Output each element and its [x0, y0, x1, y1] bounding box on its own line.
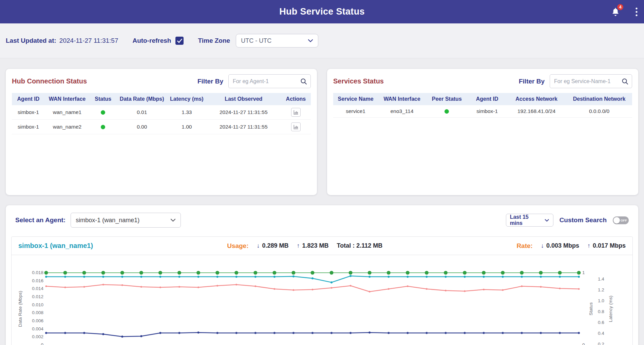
col-wan-interface: WAN Interface	[378, 93, 426, 105]
services-table: Service Name WAN Interface Peer Status A…	[333, 93, 632, 118]
usage-label: Usage:	[227, 242, 248, 250]
agent-select-row: Select an Agent: simbox-1 (wan_name1) La…	[11, 213, 633, 228]
services-status-title: Services Status	[333, 77, 384, 85]
time-range-value: Last 15 mins	[510, 214, 542, 226]
services-search-box	[550, 74, 632, 88]
traffic-chart-panel: simbox-1 (wan_name1) Usage: ↓ 0.289 MB ↑…	[11, 236, 633, 345]
auto-refresh-checkbox[interactable]	[175, 37, 184, 45]
search-icon[interactable]	[300, 78, 307, 85]
search-icon[interactable]	[622, 78, 628, 85]
hub-connection-card-header: Hub Connection Status Filter By	[12, 74, 311, 88]
time-zone-label: Time Zone	[198, 37, 230, 44]
toggle-knob	[613, 217, 620, 224]
agent-id-cell: simbox-1	[12, 105, 45, 120]
data-rate-cell: 0.01	[116, 105, 167, 120]
svg-text:0.4: 0.4	[598, 331, 604, 336]
data-rate-cell: 0.00	[116, 120, 167, 134]
hub-search-input[interactable]	[228, 74, 311, 88]
rate-stats: Rate: ↓ 0.003 Mbps ↑ 0.017 Mbps	[516, 242, 626, 250]
custom-search-label: Custom Search	[560, 216, 607, 224]
peer-status-cell	[426, 105, 468, 117]
svg-text:0.008: 0.008	[32, 310, 43, 315]
col-last-observed: Last Observed	[206, 93, 281, 105]
destination-network-cell: 0.0.0.0/0	[566, 105, 632, 117]
svg-text:1: 1	[582, 270, 585, 275]
latency-cell: 1.33	[167, 105, 206, 120]
hub-table-header-row: Agent ID WAN Interface Status Data Rate …	[12, 93, 311, 105]
svg-text:0: 0	[41, 342, 43, 345]
svg-text:0: 0	[582, 342, 585, 345]
col-latency: Latency (ms)	[167, 93, 206, 105]
custom-search-toggle[interactable]: OFF	[613, 216, 629, 224]
chart-title: simbox-1 (wan_name1)	[18, 242, 93, 250]
svg-text:0.012: 0.012	[32, 294, 43, 299]
latency-cell: 1.00	[167, 120, 206, 134]
auto-refresh-label: Auto-refresh	[132, 37, 171, 44]
last-observed-cell: 2024-11-27 11:31:55	[206, 105, 281, 120]
down-arrow-icon: ↓	[541, 242, 544, 249]
svg-text:0.6: 0.6	[598, 320, 604, 325]
traffic-chart: 00.0020.0040.0060.0080.0100.0120.0140.01…	[12, 255, 632, 345]
status-dot	[444, 109, 449, 114]
hub-search-box	[228, 74, 311, 88]
status-dot	[101, 110, 105, 115]
col-actions: Actions	[281, 93, 311, 105]
rate-label: Rate:	[516, 242, 533, 250]
agent-id-cell: simbox-1	[468, 105, 507, 117]
actions-cell	[281, 105, 311, 120]
hub-connection-table: Agent ID WAN Interface Status Data Rate …	[12, 93, 311, 134]
time-range-select[interactable]: Last 15 mins	[506, 214, 553, 227]
last-observed-cell: 2024-11-27 11:31:55	[206, 120, 281, 134]
rate-download: ↓ 0.003 Mbps	[541, 242, 579, 249]
svg-text:0.004: 0.004	[32, 326, 43, 331]
col-status: Status	[90, 93, 116, 105]
services-card-header: Services Status Filter By	[333, 74, 632, 88]
usage-download-value: 0.289 MB	[262, 242, 289, 249]
rate-upload-value: 0.017 Mbps	[593, 242, 626, 249]
svg-text:0.8: 0.8	[598, 309, 604, 314]
status-cell	[90, 105, 116, 120]
last-updated-value: 2024-11-27 11:31:57	[59, 37, 118, 44]
svg-text:Data Rate (Mbps): Data Rate (Mbps)	[18, 291, 23, 327]
chevron-down-icon	[545, 219, 549, 222]
agent-id-cell: simbox-1	[12, 120, 45, 134]
svg-text:1.4: 1.4	[598, 276, 604, 282]
view-chart-button[interactable]	[291, 122, 301, 131]
agent-select[interactable]: simbox-1 (wan_name1)	[71, 213, 181, 228]
usage-upload-value: 1.823 MB	[302, 242, 329, 249]
time-zone-value: UTC - UTC	[241, 37, 271, 44]
chart-icon	[293, 124, 298, 129]
svg-text:1.2: 1.2	[598, 287, 604, 292]
table-row: simbox-1 wan_name2 0.00 1.00 2024-11-27 …	[12, 120, 311, 134]
up-arrow-icon: ↑	[587, 242, 590, 249]
agent-traffic-card: Select an Agent: simbox-1 (wan_name1) La…	[6, 205, 638, 345]
hub-filter-label: Filter By	[197, 78, 223, 85]
col-agent-id: Agent ID	[468, 93, 507, 105]
col-data-rate: Data Rate (Mbps)	[116, 93, 167, 105]
usage-stats: Usage: ↓ 0.289 MB ↑ 1.823 MB Total : 2.1…	[227, 242, 382, 250]
notifications-button[interactable]: 4	[611, 7, 620, 17]
svg-text:0.016: 0.016	[32, 278, 43, 283]
overflow-menu-button[interactable]	[635, 7, 638, 17]
table-row: service1 eno3_114 simbox-1 192.168.41.0/…	[333, 105, 632, 117]
usage-total: Total : 2.112 MB	[337, 242, 383, 249]
hub-connection-card: Hub Connection Status Filter By Agent ID…	[6, 69, 317, 195]
check-icon	[177, 39, 182, 43]
svg-text:0.010: 0.010	[32, 302, 43, 307]
services-search-input[interactable]	[550, 74, 632, 88]
time-zone-select[interactable]: UTC - UTC	[236, 34, 318, 47]
col-agent-id: Agent ID	[12, 93, 45, 105]
app-header: Hub Service Status 4	[0, 0, 644, 23]
svg-text:0.014: 0.014	[32, 286, 43, 291]
services-table-header-row: Service Name WAN Interface Peer Status A…	[333, 93, 632, 105]
chevron-down-icon	[308, 39, 313, 42]
kebab-icon	[635, 7, 638, 17]
col-wan-interface: WAN Interface	[45, 93, 90, 105]
view-chart-button[interactable]	[291, 108, 301, 117]
table-row: simbox-1 wan_name1 0.01 1.33 2024-11-27 …	[12, 105, 311, 120]
hub-filter: Filter By	[197, 74, 311, 88]
wan-interface-cell: eno3_114	[378, 105, 426, 117]
wan-interface-cell: wan_name2	[45, 120, 90, 134]
svg-text:0.2: 0.2	[598, 342, 604, 345]
up-arrow-icon: ↑	[297, 242, 300, 249]
